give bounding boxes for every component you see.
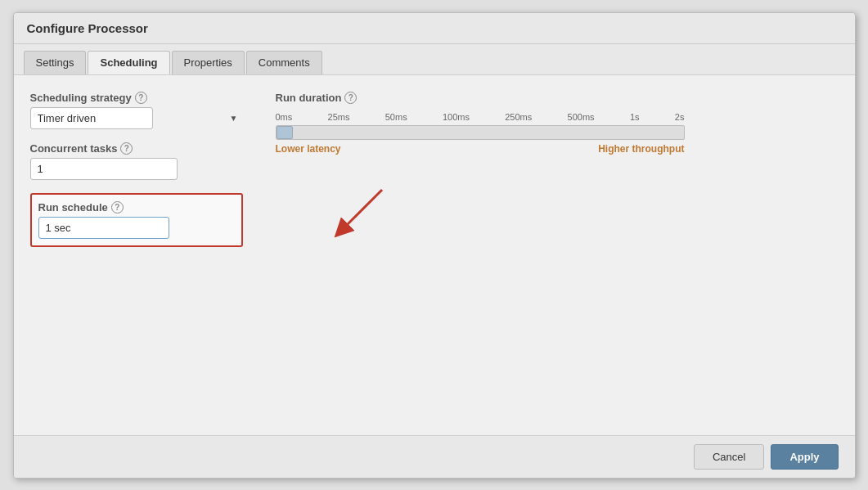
right-panel: Run duration ? 0ms 25ms 50ms 100ms 250ms…	[276, 92, 839, 427]
tab-properties[interactable]: Properties	[172, 51, 245, 74]
left-panel: Scheduling strategy ? Timer driven Event…	[30, 92, 243, 427]
tab-comments[interactable]: Comments	[246, 51, 322, 74]
scheduling-strategy-select-wrapper: Timer driven Event driven CRON driven ▼	[30, 107, 243, 129]
higher-throughput-label: Higher throughput	[598, 143, 684, 155]
run-schedule-group: Run schedule ?	[30, 193, 243, 247]
scheduling-strategy-help-icon[interactable]: ?	[135, 92, 147, 104]
tab-settings[interactable]: Settings	[24, 51, 87, 74]
scheduling-strategy-group: Scheduling strategy ? Timer driven Event…	[30, 92, 243, 129]
tick-500ms: 500ms	[568, 112, 595, 122]
apply-button[interactable]: Apply	[771, 444, 838, 470]
run-duration-label: Run duration ?	[276, 92, 839, 104]
run-duration-slider-thumb[interactable]	[277, 126, 293, 139]
tick-100ms: 100ms	[443, 112, 470, 122]
run-schedule-label: Run schedule ?	[38, 201, 235, 214]
dialog-body: Scheduling strategy ? Timer driven Event…	[14, 75, 855, 435]
tab-bar: Settings Scheduling Properties Comments	[14, 44, 855, 75]
tick-0ms: 0ms	[276, 112, 293, 122]
concurrent-tasks-group: Concurrent tasks ?	[30, 142, 243, 180]
scheduling-strategy-select[interactable]: Timer driven Event driven CRON driven	[30, 107, 153, 129]
tick-50ms: 50ms	[385, 112, 407, 122]
concurrent-tasks-label: Concurrent tasks ?	[30, 142, 243, 155]
tab-scheduling[interactable]: Scheduling	[88, 51, 169, 74]
annotation-arrow	[325, 182, 390, 247]
select-arrow-icon: ▼	[230, 114, 238, 123]
svg-line-1	[341, 190, 382, 231]
lower-latency-label: Lower latency	[276, 143, 341, 155]
tick-250ms: 250ms	[505, 112, 532, 122]
run-duration-slider-track[interactable]	[276, 125, 685, 140]
tick-1s: 1s	[630, 112, 640, 122]
slider-labels: Lower latency Higher throughput	[276, 143, 685, 155]
slider-ticks: 0ms 25ms 50ms 100ms 250ms 500ms 1s 2s	[276, 112, 685, 122]
run-schedule-input[interactable]	[38, 217, 169, 239]
run-schedule-help-icon[interactable]: ?	[111, 201, 124, 214]
cancel-button[interactable]: Cancel	[694, 444, 764, 470]
tick-2s: 2s	[675, 112, 685, 122]
concurrent-tasks-input[interactable]	[30, 158, 178, 180]
dialog-footer: Cancel Apply	[14, 435, 855, 478]
run-duration-slider-container: 0ms 25ms 50ms 100ms 250ms 500ms 1s 2s Lo…	[276, 112, 839, 155]
body-content: Scheduling strategy ? Timer driven Event…	[30, 92, 839, 427]
scheduling-strategy-label: Scheduling strategy ?	[30, 92, 243, 104]
configure-processor-dialog: Configure Processor Settings Scheduling …	[13, 12, 856, 479]
dialog-title: Configure Processor	[14, 13, 855, 44]
tick-25ms: 25ms	[328, 112, 350, 122]
run-duration-help-icon[interactable]: ?	[344, 92, 357, 104]
concurrent-tasks-help-icon[interactable]: ?	[120, 142, 133, 155]
run-schedule-box: Run schedule ?	[30, 193, 243, 247]
